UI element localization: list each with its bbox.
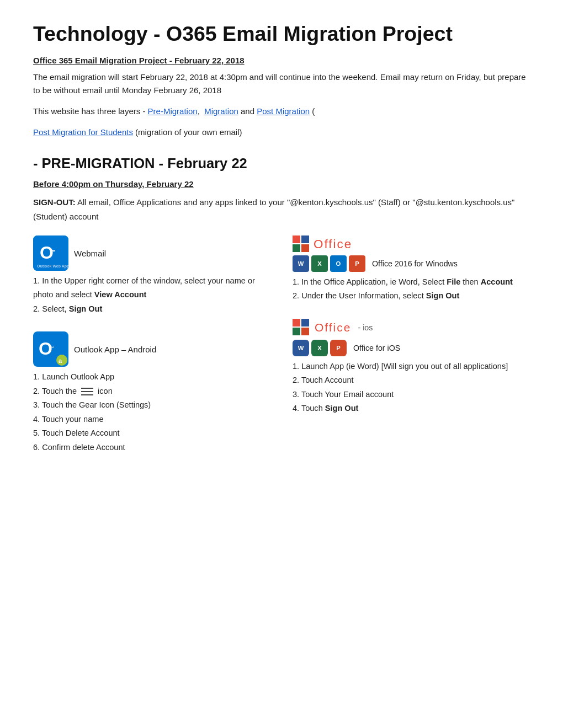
office2016-step1: 1. In the Office Application, ie Word, S… — [293, 277, 513, 286]
webmail-step2: 2. Select, Sign Out — [33, 304, 102, 313]
office-ios-text: Office — [315, 321, 351, 334]
migration-link[interactable]: Migration — [204, 106, 238, 116]
ios-pp-badge: P — [330, 340, 347, 356]
pp-badge: P — [349, 255, 365, 272]
office-ios-cube-icon — [293, 319, 310, 336]
svg-text:~: ~ — [50, 245, 56, 256]
android-step4: 4. Touch your name — [33, 415, 104, 424]
before-4pm-subtitle: Before 4:00pm on Thursday, February 22 — [33, 179, 530, 189]
sign-out-label: SIGN-OUT: — [33, 197, 76, 207]
webmail-label: Webmail — [74, 249, 106, 258]
layers-intro: This website has three layers - — [33, 106, 148, 116]
word-badge: W — [293, 255, 309, 272]
layers-suffix: ( — [312, 106, 315, 116]
office2016-logo: Office — [293, 235, 530, 253]
apps-two-col: O ~ Outlook Web App Webmail 1. In the Up… — [33, 235, 530, 470]
outlook-android-steps: 1. Launch Outlook App 2. Touch the icon … — [33, 370, 270, 454]
ios-step3: 3. Touch Your Email account — [293, 390, 394, 399]
webmail-block: O ~ Outlook Web App Webmail 1. In the Up… — [33, 235, 270, 316]
outlook-badge: O — [330, 255, 347, 272]
android-step6: 6. Confirm delete Account — [33, 443, 125, 452]
post-students-line: Post Migration for Students (migration o… — [33, 126, 530, 139]
android-step5: 5. Touch Delete Account — [33, 429, 120, 437]
ios-step4: 4. Touch Sign Out — [293, 404, 358, 413]
svg-rect-11 — [293, 244, 300, 252]
webmail-step1-bold: View Account — [94, 290, 147, 299]
office-text: Office — [314, 237, 352, 251]
right-col: Office W X O P Office 2016 for Winodws 1… — [293, 235, 530, 470]
svg-rect-12 — [301, 244, 309, 252]
post-students-suffix: (migration of your own email) — [135, 127, 242, 137]
svg-rect-10 — [301, 235, 309, 243]
office-ios-label: Office for iOS — [353, 344, 400, 352]
excel-badge: X — [311, 255, 328, 272]
intro-text: The email migration will start February … — [33, 71, 530, 97]
ios-label: - ios — [358, 323, 373, 332]
office2016-apps-row: W X O P Office 2016 for Winodws — [293, 255, 530, 272]
outlook-android-icon: O ~ a — [33, 331, 68, 367]
sign-out-text: All email, Office Applications and any a… — [33, 197, 514, 221]
pre-migration-heading: - PRE-MIGRATION - February 22 — [33, 156, 530, 172]
office-ios-block: Office - ios W X P Office for iOS 1. Lau… — [293, 319, 530, 416]
ios-step1: 1. Launch App (ie Word) [Will sign you o… — [293, 362, 508, 371]
android-step2-pre: 2. Touch the — [33, 387, 79, 395]
office2016-block: Office W X O P Office 2016 for Winodws 1… — [293, 235, 530, 303]
office2016-step2: 2. Under the User Information, select Si… — [293, 291, 459, 300]
ios-step2: 2. Touch Account — [293, 376, 354, 384]
left-col: O ~ Outlook Web App Webmail 1. In the Up… — [33, 235, 270, 470]
post-migration-link[interactable]: Post Migration — [257, 106, 310, 116]
svg-rect-14 — [301, 319, 309, 326]
svg-text:a: a — [59, 357, 62, 364]
svg-rect-15 — [293, 328, 300, 335]
android-step3: 3. Touch the Gear Icon (Settings) — [33, 400, 151, 409]
svg-rect-9 — [293, 235, 300, 243]
owa-icon: O ~ Outlook Web App — [33, 235, 68, 271]
outlook-android-label: Outlook App – Android — [74, 345, 156, 354]
sign-out-block: SIGN-OUT: All email, Office Applications… — [33, 195, 530, 223]
post-students-link[interactable]: Post Migration for Students — [33, 127, 133, 137]
section-subtitle: Office 365 Email Migration Project - Feb… — [33, 56, 530, 65]
svg-text:~: ~ — [49, 341, 55, 352]
office-ios-logo: Office - ios — [293, 319, 530, 336]
outlook-android-block: O ~ a Outlook App – Android 1. Launch Ou… — [33, 331, 270, 454]
webmail-steps: 1. In the Upper right corner of the wind… — [33, 274, 270, 316]
webmail-header: O ~ Outlook Web App Webmail — [33, 235, 270, 271]
office-ios-steps: 1. Launch App (ie Word) [Will sign you o… — [293, 360, 530, 416]
ios-apps-row: W X P Office for iOS — [293, 340, 530, 356]
and-text: and — [241, 106, 257, 116]
svg-rect-16 — [301, 328, 309, 335]
office-cube-icon — [293, 235, 310, 253]
android-step1: 1. Launch Outlook App — [33, 372, 114, 381]
android-step2-post: icon — [98, 387, 113, 395]
hamburger-icon — [81, 388, 93, 395]
layers-line: This website has three layers - Pre-Migr… — [33, 105, 530, 118]
pre-migration-link[interactable]: Pre-Migration — [148, 106, 198, 116]
outlook-android-header: O ~ a Outlook App – Android — [33, 331, 270, 367]
ios-word-badge: W — [293, 340, 309, 356]
page-title: Technology - O365 Email Migration Projec… — [33, 22, 530, 46]
ios-excel-badge: X — [311, 340, 328, 356]
svg-text:Outlook Web App: Outlook Web App — [37, 264, 68, 269]
office2016-label: Office 2016 for Winodws — [372, 259, 458, 268]
svg-rect-13 — [293, 319, 300, 326]
office2016-steps: 1. In the Office Application, ie Word, S… — [293, 275, 530, 303]
